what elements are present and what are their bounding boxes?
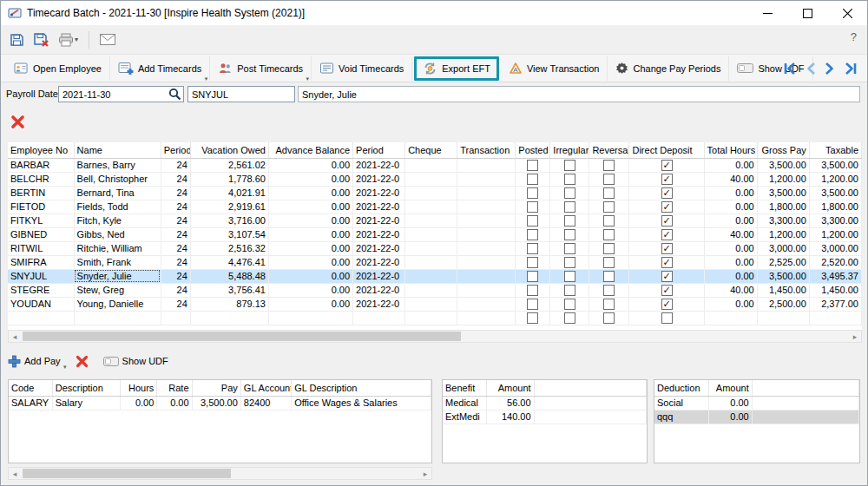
table-cell[interactable]: Social [654,396,708,410]
table-cell[interactable]: 0.00 [708,410,752,424]
table-cell[interactable] [516,158,550,172]
table-cell[interactable] [457,297,516,311]
table-cell[interactable] [74,311,161,325]
table-cell[interactable] [550,172,589,186]
add-pay-button[interactable]: Add Pay ▾ [8,355,61,368]
table-cell[interactable] [405,311,457,325]
table-row[interactable]: BELCHRBell, Christopher241,778.600.00202… [8,172,862,186]
table-cell[interactable] [516,213,550,227]
column-header[interactable]: Irregular [550,142,589,158]
table-cell[interactable] [516,297,550,311]
table-cell[interactable] [629,311,704,325]
table-cell[interactable] [457,172,516,186]
posted-checkbox[interactable] [527,285,538,296]
last-record-button[interactable] [844,62,858,77]
column-header[interactable]: Reversal [589,142,629,158]
irregular-checkbox[interactable] [564,160,575,171]
column-header[interactable]: Employee No [8,142,74,158]
table-cell[interactable]: Medical [443,396,487,410]
table-cell[interactable] [161,311,190,325]
table-cell[interactable]: 1,200.00 [757,172,809,186]
table-cell[interactable]: 0.00 [704,241,757,255]
table-cell[interactable] [589,172,629,186]
table-cell[interactable]: 3,000.00 [809,241,861,255]
help-icon[interactable]: ? [851,30,857,43]
table-cell[interactable] [516,311,550,325]
irregular-checkbox[interactable] [564,215,575,227]
table-cell[interactable]: 0.00 [157,396,192,410]
table-cell[interactable]: 0.00 [704,297,757,311]
table-cell[interactable]: BELCHR [8,172,74,186]
table-cell[interactable]: Gibbs, Ned [74,227,161,241]
scroll-left-icon[interactable]: ◂ [9,469,21,478]
table-cell[interactable] [809,311,861,325]
table-cell[interactable] [405,213,457,227]
table-row[interactable]: GIBNEDGibbs, Ned243,107.540.002021-22-0✓… [8,227,862,241]
table-cell[interactable]: 3,000.00 [757,241,809,255]
table-cell[interactable]: 24 [161,200,190,213]
table-cell[interactable]: 24 [161,241,190,255]
table-cell[interactable]: Ritchie, William [74,241,161,255]
table-cell[interactable] [589,297,629,311]
table-cell[interactable]: 3,716.00 [190,213,268,227]
table-cell[interactable]: 1,450.00 [757,283,809,297]
table-cell[interactable] [457,255,516,269]
column-header[interactable]: Transaction [457,142,516,158]
posted-checkbox[interactable] [527,174,538,185]
table-cell[interactable]: Salary [52,396,120,410]
table-row[interactable]: STEGREStew, Greg243,756.410.002021-22-0✓… [8,283,862,297]
table-row[interactable]: SALARYSalary0.000.003,500.0082400Office … [9,396,431,410]
view-transaction-button[interactable]: AView Transaction [501,56,608,81]
table-cell[interactable] [405,172,457,186]
table-cell[interactable] [550,269,589,283]
table-cell[interactable]: 24 [161,269,190,283]
column-header[interactable] [752,380,858,396]
table-cell[interactable] [405,297,457,311]
table-cell[interactable]: STEGRE [8,283,74,297]
table-cell[interactable] [457,158,516,172]
direct_deposit-checkbox[interactable]: ✓ [661,271,673,282]
table-cell[interactable]: 1,200.00 [757,227,809,241]
table-cell[interactable] [550,283,589,297]
table-cell[interactable] [516,283,550,297]
table-cell[interactable]: 0.00 [268,158,352,172]
table-cell[interactable]: ✓ [629,227,704,241]
table-cell[interactable]: 1,200.00 [809,227,861,241]
table-cell[interactable]: 2,516.32 [190,241,268,255]
table-row[interactable]: Social0.00 [654,396,859,410]
table-cell[interactable]: 2,377.00 [809,297,861,311]
table-cell[interactable] [190,311,268,325]
table-cell[interactable]: 0.00 [268,241,352,255]
column-header[interactable]: Rate [157,380,192,396]
table-cell[interactable]: 2021-22-0 [353,200,405,213]
table-cell[interactable]: 0.00 [268,283,352,297]
reversal-checkbox[interactable] [603,243,615,254]
table-cell[interactable]: 24 [161,158,190,172]
table-cell[interactable]: 0.00 [268,227,352,241]
column-header[interactable]: GL Description [292,380,431,396]
table-cell[interactable] [405,200,457,213]
table-cell[interactable]: 40.00 [704,283,757,297]
direct_deposit-checkbox[interactable]: ✓ [661,201,673,213]
table-cell[interactable] [550,255,589,269]
table-cell[interactable]: Smith, Frank [74,255,161,269]
table-cell[interactable]: 3,500.00 [809,158,861,172]
table-cell[interactable]: 2,919.61 [190,200,268,213]
table-cell[interactable]: 2021-22-0 [353,241,405,255]
table-cell[interactable]: Stew, Greg [74,283,161,297]
direct_deposit-checkbox[interactable]: ✓ [661,229,673,240]
table-cell[interactable] [757,311,809,325]
scrollbar-thumb[interactable] [23,469,231,478]
table-cell[interactable]: 3,107.54 [190,227,268,241]
table-cell[interactable]: 0.00 [268,200,352,213]
table-row[interactable]: FIETODFields, Todd242,919.610.002021-22-… [8,200,862,213]
email-button[interactable] [100,34,115,45]
table-cell[interactable] [516,269,550,283]
print-dropdown-icon[interactable]: ▾ [75,36,78,43]
reversal-checkbox[interactable] [603,201,615,213]
scroll-right-icon[interactable]: ▸ [419,469,431,478]
table-cell[interactable]: 3,500.00 [757,269,809,283]
table-cell[interactable]: 879.13 [190,297,268,311]
column-header[interactable]: Cheque [405,142,457,158]
table-cell[interactable] [516,200,550,213]
